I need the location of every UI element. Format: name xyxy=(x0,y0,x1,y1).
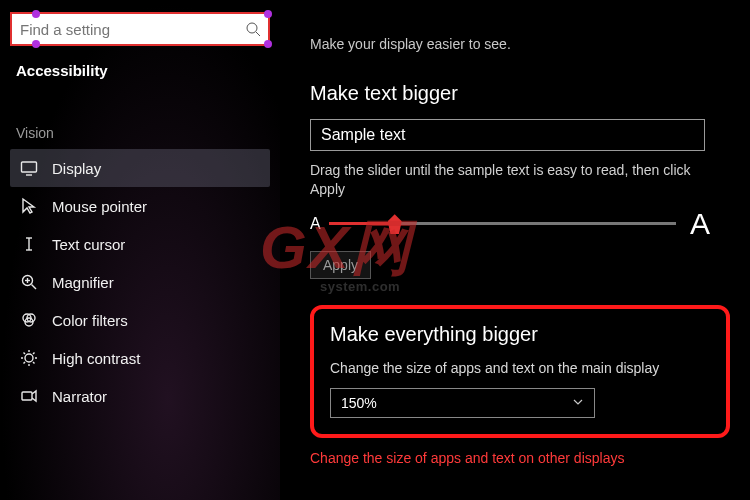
slider-fill xyxy=(329,222,392,225)
everything-bigger-desc: Change the size of apps and text on the … xyxy=(330,360,710,376)
other-displays-link[interactable]: Change the size of apps and text on othe… xyxy=(310,450,730,466)
chevron-down-icon xyxy=(572,395,584,411)
slider-thumb[interactable] xyxy=(388,214,402,234)
svg-rect-2 xyxy=(22,162,37,172)
section-label-vision: Vision xyxy=(10,89,270,149)
sidebar-item-label: Display xyxy=(52,160,101,177)
slider-track[interactable] xyxy=(329,222,676,225)
text-cursor-icon xyxy=(20,235,38,253)
main-panel: Make your display easier to see. Make te… xyxy=(280,0,750,500)
sidebar-item-narrator[interactable]: Narrator xyxy=(10,377,270,415)
sidebar-item-text-cursor[interactable]: Text cursor xyxy=(10,225,270,263)
sidebar-item-label: Text cursor xyxy=(52,236,125,253)
search-icon xyxy=(238,21,268,37)
sidebar-item-label: Narrator xyxy=(52,388,107,405)
sidebar-item-magnifier[interactable]: Magnifier xyxy=(10,263,270,301)
search-input[interactable] xyxy=(12,21,238,38)
make-everything-bigger-panel: Make everything bigger Change the size o… xyxy=(310,305,730,438)
mouse-pointer-icon xyxy=(20,197,38,215)
magnifier-icon xyxy=(20,273,38,291)
selection-handle xyxy=(32,40,40,48)
sidebar-item-label: Color filters xyxy=(52,312,128,329)
heading-make-text-bigger: Make text bigger xyxy=(310,82,730,105)
display-icon xyxy=(20,159,38,177)
svg-line-1 xyxy=(256,32,260,36)
svg-line-18 xyxy=(33,362,35,364)
apply-button[interactable]: Apply xyxy=(310,251,371,279)
svg-line-20 xyxy=(33,353,35,355)
text-size-slider[interactable]: A A xyxy=(310,207,710,241)
svg-line-17 xyxy=(24,353,26,355)
selection-handle xyxy=(264,40,272,48)
page-subtitle: Make your display easier to see. xyxy=(310,36,730,52)
svg-point-12 xyxy=(25,354,33,362)
sidebar-item-high-contrast[interactable]: High contrast xyxy=(10,339,270,377)
selection-handle xyxy=(32,10,40,18)
search-field[interactable] xyxy=(10,12,270,46)
scale-dropdown[interactable]: 150% xyxy=(330,388,595,418)
color-filters-icon xyxy=(20,311,38,329)
sidebar-item-label: Mouse pointer xyxy=(52,198,147,215)
heading-make-everything-bigger: Make everything bigger xyxy=(330,323,710,346)
svg-line-6 xyxy=(32,285,37,290)
scale-value: 150% xyxy=(341,395,377,411)
sidebar-item-color-filters[interactable]: Color filters xyxy=(10,301,270,339)
svg-point-0 xyxy=(247,23,257,33)
sample-text-box: Sample text xyxy=(310,119,705,151)
svg-rect-21 xyxy=(22,392,32,400)
svg-line-19 xyxy=(24,362,26,364)
page-title: Accessibility xyxy=(10,46,270,89)
sidebar-item-display[interactable]: Display xyxy=(10,149,270,187)
settings-sidebar: Accessibility Vision Display Mouse point… xyxy=(0,0,280,500)
selection-handle xyxy=(264,10,272,18)
sidebar-item-mouse-pointer[interactable]: Mouse pointer xyxy=(10,187,270,225)
sidebar-item-label: High contrast xyxy=(52,350,140,367)
slider-max-label: A xyxy=(690,207,710,241)
slider-instruction: Drag the slider until the sample text is… xyxy=(310,161,710,199)
slider-min-label: A xyxy=(310,215,321,233)
narrator-icon xyxy=(20,387,38,405)
high-contrast-icon xyxy=(20,349,38,367)
sidebar-item-label: Magnifier xyxy=(52,274,114,291)
